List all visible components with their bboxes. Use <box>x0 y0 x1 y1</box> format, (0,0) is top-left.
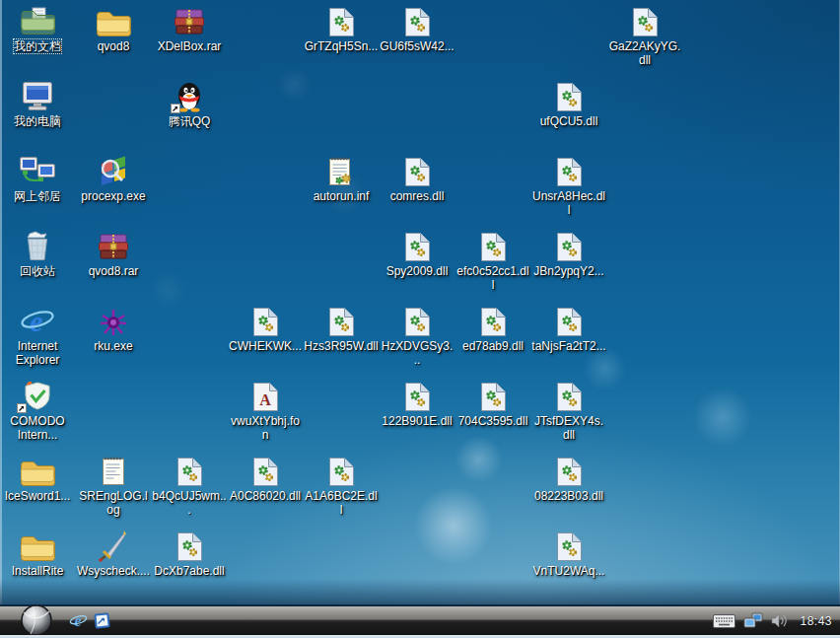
desktop-icon-dcxb7abe-dll[interactable]: DcXb7abe.dll <box>152 531 227 578</box>
desktop-icon-cwhekwk[interactable]: CWHEKWK... <box>228 306 303 353</box>
internet-explorer-icon[interactable]: e <box>69 611 88 630</box>
icon-label: ed78ab9.dll <box>462 339 524 353</box>
desktop-icon-vntu2waq[interactable]: VnTU2WAq... <box>531 531 606 578</box>
dll-icon <box>252 456 279 487</box>
dll-icon <box>404 6 431 37</box>
rku-icon <box>99 306 128 337</box>
desktop-icon-tanjsfa2tt2[interactable]: taNjsFa2tT2... <box>531 306 606 353</box>
desktop-icon-vwuxtybhj-fon[interactable]: AvwuXtYbhj.fon <box>228 381 303 442</box>
dll-icon <box>556 81 583 112</box>
desktop-icon-gaz2akyyg-dll[interactable]: GaZ2AKyYG.dll <box>607 6 682 67</box>
outlook-express-icon[interactable] <box>93 611 111 630</box>
fon-icon: A <box>252 381 279 412</box>
desktop-icon-grtzqh5sn[interactable]: GrTZqH5Sn... <box>304 6 379 53</box>
desktop-icon-item-14[interactable]: 回收站 <box>0 231 75 278</box>
dll-icon <box>404 381 431 412</box>
desktop-icon-efc0c52cc1-dll[interactable]: efc0c52cc1.dll <box>455 231 530 292</box>
dll-icon <box>556 531 583 562</box>
dll-icon <box>556 231 583 262</box>
taskbar-clock[interactable]: 18:43 <box>800 614 832 628</box>
taskbar: e <box>0 606 840 635</box>
desktop-icon-jtsfdexy4s-dll[interactable]: JTsfDEXY4s.dll <box>531 381 606 442</box>
desktop-icon-a0c86020-dll[interactable]: A0C86020.dll <box>228 456 303 503</box>
desktop-icon-hzs3r95w-dll[interactable]: Hzs3R95W.dll <box>304 306 379 353</box>
dll-icon <box>556 456 583 487</box>
dll-icon <box>176 456 203 487</box>
icon-label: GaZ2AKyYG.dll <box>607 39 682 67</box>
desktop-icon-srenglog-log[interactable]: SREngLOG.log <box>76 456 151 517</box>
desktop-background[interactable]: 我的文档qvod8XDelBox.rarGrTZqH5Sn...GU6f5sW4… <box>0 0 840 604</box>
desktop-icon-procexp-exe[interactable]: procexp.exe <box>76 156 151 203</box>
start-button[interactable] <box>21 604 52 636</box>
icon-label: 我的文档 <box>14 39 61 53</box>
icon-label: IceSword1... <box>5 489 71 503</box>
desktop-icon-a1a6bc2e-dll[interactable]: A1A6BC2E.dll <box>304 456 379 517</box>
desktop-icon-xdelbox-rar[interactable]: XDelBox.rar <box>152 6 227 53</box>
icon-label: efc0c52cc1.dll <box>455 264 530 292</box>
desktop-icon-122b901e-dll[interactable]: 122B901E.dll <box>380 381 455 428</box>
desktop-icon-wsyscheck[interactable]: Wsyscheck.... <box>76 531 151 578</box>
icon-label: Internet Explorer <box>0 339 75 367</box>
dll-icon <box>632 6 659 37</box>
recycle-icon <box>23 231 52 262</box>
wallpaper-bottom-shade <box>0 579 840 604</box>
dll-icon <box>404 306 431 337</box>
icon-label: 我的电脑 <box>14 114 61 128</box>
dll-icon <box>556 306 583 337</box>
my-computer-icon <box>19 81 56 112</box>
desktop-icon-qq[interactable]: 腾讯QQ <box>152 81 227 128</box>
folder-icon <box>20 456 55 487</box>
desktop-icon-unsra8hec-dll[interactable]: UnsrA8Hec.dll <box>531 156 606 217</box>
desktop-icon-item-9[interactable]: 网上邻居 <box>0 156 75 203</box>
desktop-icon-ed78ab9-dll[interactable]: ed78ab9.dll <box>455 306 530 353</box>
shortcut-arrow-icon <box>17 403 27 413</box>
icon-label: A0C86020.dll <box>230 489 301 503</box>
dll-icon <box>480 381 507 412</box>
desktop-icon-jbn2ypqy2[interactable]: JBn2ypqY2... <box>531 231 606 278</box>
desktop-icon-b4qcuj5wm[interactable]: b4QcUJ5wm... <box>152 456 227 517</box>
desktop-icon-rku-exe[interactable]: rku.exe <box>76 306 151 353</box>
dll-icon <box>556 156 583 187</box>
icon-label: 122B901E.dll <box>382 414 452 428</box>
network-icon <box>19 156 56 187</box>
desktop-icon-item-6[interactable]: 我的电脑 <box>0 81 75 128</box>
desktop-icon-icesword1[interactable]: IceSword1... <box>0 456 75 503</box>
icon-label: taNjsFa2tT2... <box>531 339 605 353</box>
icon-label: SREngLOG.log <box>76 489 151 517</box>
quick-launch-bar: e <box>69 606 111 635</box>
desktop-icon-08223b03-dll[interactable]: 08223B03.dll <box>531 456 606 503</box>
desktop-icon-spy2009-dll[interactable]: Spy2009.dll <box>380 231 455 278</box>
desktop-icon-hzxdvgsy3[interactable]: HzXDVGSy3... <box>380 306 455 367</box>
desktop-icon-qvod8-rar[interactable]: qvod8.rar <box>76 231 151 278</box>
icon-label: rku.exe <box>94 339 132 353</box>
dll-icon <box>328 306 355 337</box>
icon-label: GU6f5sW42... <box>380 39 454 53</box>
dll-icon <box>480 231 507 262</box>
dll-icon <box>556 381 583 412</box>
desktop-icon-comres-dll[interactable]: comres.dll <box>380 156 455 203</box>
icon-label: Wsyscheck.... <box>77 564 150 578</box>
desktop-icon-comodo-intern[interactable]: COMODO Intern... <box>0 381 75 442</box>
desktop-icon-gu6f5sw42[interactable]: GU6f5sW42... <box>380 6 455 53</box>
desktop-icon-ufqcu5-dll[interactable]: ufQCU5.dll <box>531 81 606 128</box>
my-documents-icon <box>20 6 55 37</box>
desktop-icon-autorun-inf[interactable]: autorun.inf <box>304 156 379 203</box>
icon-label: autorun.inf <box>314 189 370 203</box>
icon-label: VnTU2WAq... <box>533 564 605 578</box>
icon-label: ufQCU5.dll <box>540 114 598 128</box>
volume-icon[interactable] <box>771 613 788 628</box>
winrar-icon <box>98 231 129 262</box>
network-status-icon[interactable] <box>743 612 763 629</box>
desktop-icon-704c3595-dll[interactable]: 704C3595.dll <box>455 381 530 428</box>
icon-label: A1A6BC2E.dll <box>304 489 379 517</box>
desktop-icon-item-0[interactable]: 我的文档 <box>0 6 75 53</box>
icon-label: InstallRite <box>12 564 64 578</box>
desktop-icon-internet-explorer[interactable]: eInternet Explorer <box>0 306 75 367</box>
icon-label: procexp.exe <box>81 189 145 203</box>
desktop-icon-installrite[interactable]: InstallRite <box>0 531 75 578</box>
keyboard-input-indicator-icon[interactable] <box>713 614 735 628</box>
dll-icon <box>328 456 355 487</box>
desktop-icon-qvod8[interactable]: qvod8 <box>76 6 151 53</box>
svg-text:e: e <box>30 305 42 337</box>
icon-label: COMODO Intern... <box>0 414 75 442</box>
